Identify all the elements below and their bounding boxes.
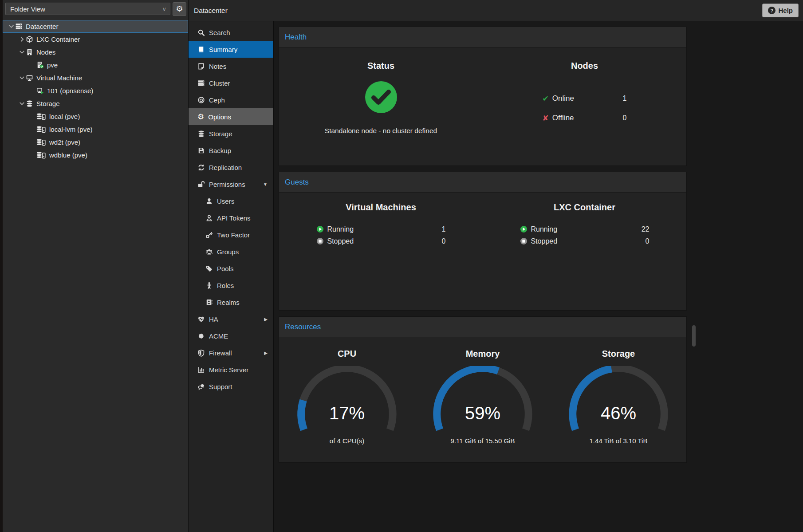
menu-item-users[interactable]: Users <box>189 193 273 209</box>
memory-percent: 59% <box>429 403 536 423</box>
content-topbar: Datacenter ? Help <box>189 0 803 21</box>
storage-gauge: 46% <box>565 366 672 434</box>
scrollbar-thumb[interactable] <box>692 325 696 347</box>
tree-item-storage[interactable]: Storage <box>3 97 188 110</box>
resources-panel: Resources CPU 17% of 4 CPU(s) <box>279 316 687 463</box>
menu-item-acme[interactable]: ACME <box>189 327 273 344</box>
lxc-running-count: 22 <box>642 225 649 233</box>
cube-icon <box>26 35 33 43</box>
tree-item-pve[interactable]: pve <box>3 59 188 71</box>
tree-settings-button[interactable]: ⚙ <box>173 2 186 16</box>
online-count: 1 <box>623 95 627 102</box>
content-scrollbar[interactable] <box>692 21 696 532</box>
menu-item-options[interactable]: ⚙ Options <box>189 108 273 125</box>
expand-arrow-icon[interactable]: ▶ <box>264 317 268 322</box>
question-icon: ? <box>768 7 775 14</box>
menu-item-replication[interactable]: Replication <box>189 159 273 176</box>
menu-item-storage[interactable]: Storage <box>189 125 273 142</box>
tree-item-label: Datacenter <box>26 23 58 30</box>
nodes-offline-row: ✘Offline 0 <box>543 108 627 128</box>
gear-icon: ⚙ <box>176 5 183 13</box>
storage-drive-icon <box>36 151 46 159</box>
chevron-down-icon[interactable] <box>18 100 26 107</box>
server-stack-icon <box>197 79 205 87</box>
tree-item-storage-local-lvm[interactable]: local-lvm (pve) <box>3 123 188 136</box>
tree-item-vm-101[interactable]: 101 (opnsense) <box>3 84 188 97</box>
tree-item-datacenter[interactable]: Datacenter <box>3 20 188 33</box>
menu-item-summary[interactable]: Summary <box>189 41 273 58</box>
menu-item-firewall[interactable]: Firewall ▶ <box>189 344 273 361</box>
stop-circle-icon <box>316 237 324 245</box>
view-selector-combo[interactable]: Folder View ∨ <box>5 3 170 15</box>
menu-item-api-tokens[interactable]: API Tokens <box>189 209 273 226</box>
menu-item-groups[interactable]: Groups <box>189 243 273 260</box>
unlock-icon <box>197 181 205 188</box>
play-circle-icon <box>520 225 527 233</box>
user-icon <box>205 197 213 205</box>
tag-icon <box>205 265 213 272</box>
tree-item-virtual-machine[interactable]: Virtual Machine <box>3 71 188 84</box>
person-icon <box>205 282 213 289</box>
menu-item-ceph[interactable]: Ceph <box>189 91 273 108</box>
chevron-down-icon[interactable] <box>18 74 26 82</box>
storage-drive-icon <box>36 113 46 120</box>
vm-running-row: Running 1 <box>316 223 446 235</box>
menu-item-ha[interactable]: HA ▶ <box>189 311 273 327</box>
help-button[interactable]: ? Help <box>762 4 799 17</box>
selected-node-title: Datacenter <box>194 7 228 15</box>
tree-item-label: Nodes <box>36 48 55 56</box>
menu-item-two-factor[interactable]: Two Factor <box>189 226 273 243</box>
vm-running-icon <box>36 87 44 95</box>
cpu-gauge-column: CPU 17% of 4 CPU(s) <box>279 349 415 445</box>
menu-item-cluster[interactable]: Cluster <box>189 75 273 91</box>
tree-item-lxc-container[interactable]: LXC Container <box>3 33 188 46</box>
vm-running-count: 1 <box>442 225 446 233</box>
database-icon <box>26 100 33 107</box>
chevron-down-icon[interactable] <box>18 48 26 56</box>
menu-item-support[interactable]: Support <box>189 378 273 395</box>
menu-item-metric-server[interactable]: Metric Server <box>189 361 273 378</box>
guests-panel: Guests Virtual Machines Running 1 Stoppe… <box>279 172 687 311</box>
menu-item-search[interactable]: Search <box>189 24 273 41</box>
book-icon <box>197 46 205 53</box>
tree-item-nodes[interactable]: Nodes <box>3 46 188 59</box>
play-circle-icon <box>316 225 324 233</box>
view-selector-value: Folder View <box>10 5 45 13</box>
user-outline-icon <box>205 214 213 222</box>
memory-gauge: 59% <box>429 366 536 434</box>
storage-detail: 1.44 TiB of 3.10 TiB <box>590 437 648 445</box>
health-panel: Health Status Standalone node - no clust… <box>279 27 687 166</box>
menu-item-permissions[interactable]: Permissions ▼ <box>189 176 273 193</box>
tree-item-storage-wdblue[interactable]: wdblue (pve) <box>3 149 188 162</box>
collapse-arrow-icon[interactable]: ▼ <box>263 182 268 187</box>
lxc-running-row: Running 22 <box>520 223 649 235</box>
chevron-down-icon[interactable] <box>8 23 15 30</box>
building-icon <box>26 48 33 56</box>
menu-item-pools[interactable]: Pools <box>189 260 273 277</box>
sync-arrows-icon <box>197 164 205 171</box>
tree-item-storage-local[interactable]: local (pve) <box>3 110 188 123</box>
key-icon <box>205 231 213 239</box>
memory-heading: Memory <box>466 349 500 359</box>
nodes-column: Nodes ✔Online 1 ✘Offline 0 <box>483 47 686 166</box>
storage-percent: 46% <box>565 403 672 423</box>
tree-item-storage-wd2t[interactable]: wd2t (pve) <box>3 136 188 149</box>
menu-item-notes[interactable]: Notes <box>189 58 273 75</box>
expand-arrow-icon[interactable]: ▶ <box>264 351 268 355</box>
bar-chart-icon <box>197 366 205 374</box>
guests-panel-header: Guests <box>279 172 686 193</box>
floppy-icon <box>197 147 205 154</box>
lxc-stopped-row: Stopped 0 <box>520 235 649 247</box>
status-heading: Status <box>367 61 394 71</box>
menu-item-realms[interactable]: Realms <box>189 294 273 311</box>
summary-content: Health Status Standalone node - no clust… <box>274 21 803 532</box>
storage-gauge-column: Storage 46% 1.44 TiB of 3.10 TiB <box>551 349 686 445</box>
tree-toolbar: Folder View ∨ ⚙ <box>3 0 188 18</box>
chevron-right-icon[interactable] <box>18 35 26 43</box>
menu-item-backup[interactable]: Backup <box>189 142 273 159</box>
datacenter-menu: Search Summary Notes Cluster Ceph <box>189 21 274 532</box>
vm-stopped-row: Stopped 0 <box>316 235 446 247</box>
monitor-icon <box>26 74 33 82</box>
resource-tree: Datacenter LXC Container Nodes pve V <box>3 18 188 532</box>
menu-item-roles[interactable]: Roles <box>189 277 273 294</box>
